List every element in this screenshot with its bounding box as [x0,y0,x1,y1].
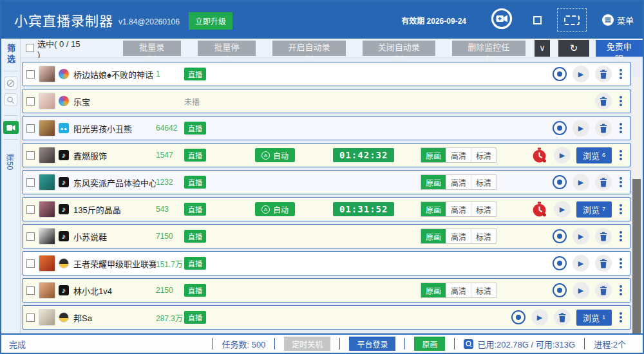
quality-option-sd[interactable]: 标清 [471,175,496,189]
camera-badge-icon[interactable] [491,8,513,32]
row-menu-button[interactable] [618,203,624,216]
disclaimer-button[interactable]: 免责申明 [596,40,643,57]
row-menu-button[interactable] [618,257,624,270]
filter-label[interactable]: 筛选 [5,44,17,66]
record-button[interactable] [511,310,526,324]
quality-option-orig[interactable]: 原画 [421,229,446,243]
borderless-window-button[interactable] [557,8,587,32]
row-checkbox[interactable] [26,205,35,214]
more-actions-dropdown[interactable]: ∨ [535,40,551,57]
platform-login-button[interactable]: 平台登录 [349,337,395,351]
play-button[interactable]: ▶ [573,282,589,299]
avatar [39,201,55,218]
record-button[interactable] [553,67,567,81]
play-button[interactable]: ▶ [573,120,589,136]
quality-selector: 原画高清标清 [421,228,497,244]
row-checkbox[interactable] [26,178,35,187]
streamer-name: 乐宝 [73,95,156,107]
quality-option-hd[interactable]: 高清 [446,175,471,189]
play-button[interactable]: ▶ [531,309,548,326]
browse-button[interactable]: 浏览1 [576,310,612,326]
douyin-icon: ♪ [59,285,69,295]
auto-circle-icon: A [261,151,270,160]
menu-button[interactable]: 菜单 [602,14,634,26]
record-manager-button[interactable] [3,121,19,134]
scrollbar-track[interactable] [632,78,641,333]
delete-button[interactable] [595,255,612,272]
viewer-count: 151.7万 [156,258,184,269]
play-button[interactable]: ▶ [554,147,571,163]
delete-button[interactable] [595,66,612,82]
refresh-button[interactable]: ↻ [558,40,589,57]
enable-auto-record-button[interactable]: 开启自动录制 [272,41,345,56]
quality-option-orig[interactable]: 原画 [421,175,446,189]
quality-option-orig[interactable]: 原画 [421,202,446,216]
auto-badge[interactable]: A自动 [255,202,295,216]
record-button[interactable] [553,175,567,189]
quality-option-sd[interactable]: 标清 [471,148,496,162]
disable-filter-button[interactable] [5,77,17,89]
search-button[interactable] [5,93,17,106]
row-checkbox[interactable] [26,286,35,295]
default-quality-button[interactable]: 原画 [414,337,445,351]
play-button[interactable]: ▶ [573,228,589,245]
row-menu-button[interactable] [618,122,624,135]
select-all-checkbox[interactable] [26,44,34,52]
quality-option-sd[interactable]: 标清 [471,283,496,297]
play-button[interactable]: ▶ [573,66,589,82]
row-menu-button[interactable] [618,95,624,107]
delete-button[interactable] [595,228,612,245]
live-badge: 直播 [184,284,206,297]
row-checkbox[interactable] [26,313,35,322]
browse-button[interactable]: 浏览7 [576,201,612,218]
quality-option-hd[interactable]: 高清 [446,202,471,216]
record-button[interactable] [553,256,567,270]
row-menu-button[interactable] [618,230,624,243]
scrollbar-thumb[interactable] [632,179,641,333]
quality-option-sd[interactable]: 标清 [471,229,496,243]
play-button[interactable]: ▶ [554,201,571,218]
row-menu-button[interactable] [618,284,624,297]
delete-button[interactable] [554,309,571,326]
stop-timer-button[interactable] [531,147,548,163]
delete-button[interactable] [595,174,612,191]
auto-badge[interactable]: A自动 [255,148,295,162]
scheduled-shutdown-button[interactable]: 定时关机 [284,337,330,351]
record-button[interactable] [553,121,567,135]
quality-option-hd[interactable]: 高清 [446,148,471,162]
row-menu-button[interactable] [618,68,624,80]
quality-option-orig[interactable]: 原画 [421,148,446,162]
play-button[interactable]: ▶ [573,255,589,272]
account-count-label: 账50 [5,154,16,170]
browse-button[interactable]: 浏览6 [576,147,612,163]
row-menu-button[interactable] [618,176,624,189]
delete-monitor-task-button[interactable]: 删除监控任务 [452,41,525,56]
quality-option-hd[interactable]: 高清 [446,229,471,243]
upgrade-button[interactable]: 立即升级 [189,12,232,30]
batch-stop-button[interactable]: 批量停止 [198,41,256,56]
quality-option-hd[interactable]: 高清 [446,283,471,297]
quality-option-orig[interactable]: 原画 [421,283,446,297]
row-menu-button[interactable] [618,311,624,324]
record-button[interactable] [553,283,567,297]
row-checkbox[interactable] [26,151,35,160]
sidebar-divider [4,139,18,140]
row-menu-button[interactable] [618,149,624,162]
row-checkbox[interactable] [26,232,35,241]
delete-button[interactable] [595,93,612,109]
play-button[interactable]: ▶ [573,174,589,191]
row-checkbox[interactable] [26,259,35,268]
stop-timer-button[interactable] [531,201,548,218]
viewer-count: 1232 [156,178,184,187]
row-checkbox[interactable] [26,70,35,79]
delete-button[interactable] [595,282,612,299]
row-checkbox[interactable] [26,97,35,106]
delete-button[interactable] [595,120,612,136]
batch-record-button[interactable]: 批量录制 [123,41,181,56]
row-checkbox[interactable] [26,124,35,133]
music-note-glyph: ♪ [62,205,66,213]
disable-auto-record-button[interactable]: 关闭自动录制 [363,41,435,56]
maximize-icon[interactable] [533,16,542,24]
quality-option-sd[interactable]: 标清 [471,202,496,216]
record-button[interactable] [553,229,567,243]
